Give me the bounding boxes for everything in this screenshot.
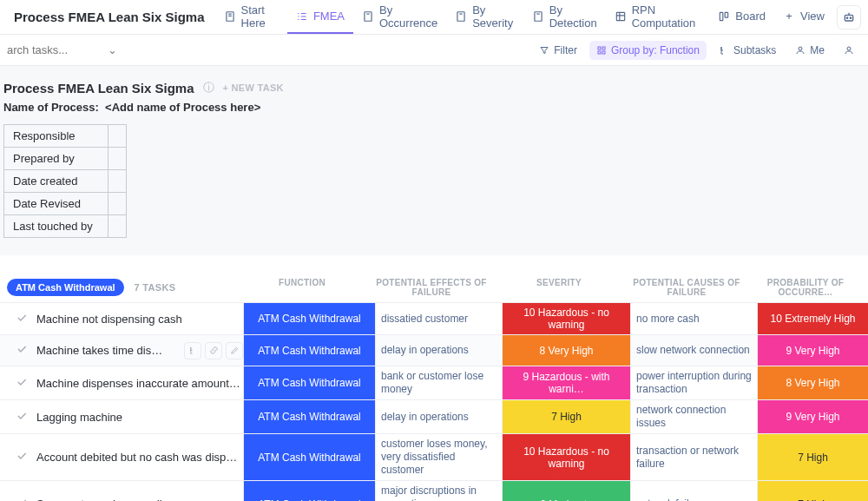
task-name[interactable]: Machine dispenses inaccurate amount of c… [36,377,243,390]
cell-effects[interactable]: delay in operations [375,400,502,433]
cell-function[interactable]: ATM Cash Withdrawal [243,434,375,480]
task-row[interactable]: Machine dispenses inaccurate amount of c… [0,366,868,399]
task-left: Screen stopped responding [0,481,243,501]
group-chip[interactable]: ATM Cash Withdrawal [7,279,124,296]
task-name[interactable]: Machine takes time dispensing cash [36,344,168,357]
cell-severity[interactable]: 8 Very High [502,335,630,366]
task-row[interactable]: Account debited but no cash was dispense… [0,433,868,480]
check-icon[interactable] [16,376,28,391]
automations-button[interactable] [837,5,861,30]
assignee-button[interactable] [837,42,861,59]
group-by-label: Group by: Function [611,44,700,56]
task-name[interactable]: Account debited but no cash was dispense… [36,451,243,464]
task-name[interactable]: Lagging machine [36,411,122,424]
filter-button[interactable]: Filter [532,41,584,60]
cell-probability[interactable]: 7 High [757,434,868,480]
task-left: Machine not dispensing cash [0,303,243,334]
cell-causes[interactable]: network connection issues [630,400,757,433]
meta-value[interactable] [108,170,127,193]
svg-rect-4 [616,12,624,20]
list-title[interactable]: Process FMEA Lean Six Sigma [3,81,194,96]
svg-rect-6 [726,12,729,17]
cell-causes[interactable]: slow network connection [630,335,757,366]
col-probability[interactable]: PROBABILITY OF OCCURRE… [750,278,861,297]
cell-severity[interactable]: 10 Hazardous - no warning [502,434,630,480]
cell-function[interactable]: ATM Cash Withdrawal [243,335,375,366]
cell-effects[interactable]: bank or customer lose money [375,366,502,399]
list-icon [296,10,308,23]
subtasks-icon [719,45,729,56]
check-icon[interactable] [16,450,28,465]
cell-causes[interactable]: power interruption during transaction [630,366,757,399]
task-name[interactable]: Screen stopped responding [36,498,174,501]
cell-function[interactable]: ATM Cash Withdrawal [243,481,375,501]
svg-point-15 [847,47,851,50]
new-task-button[interactable]: + NEW TASK [223,82,284,93]
tab-by-detection[interactable]: By Detection [523,0,606,34]
search-input[interactable] [7,43,102,56]
meta-value[interactable] [108,148,127,170]
link-button[interactable] [205,342,222,359]
tab-by-occurrence[interactable]: By Occurrence [353,0,446,34]
cell-causes[interactable]: network failure [630,481,757,501]
col-causes[interactable]: POTENTIAL CAUSES OF FAILURE [623,278,750,297]
col-severity[interactable]: SEVERITY [495,278,623,297]
tab-start-here[interactable]: Start Here [215,0,287,34]
task-left: Machine dispenses inaccurate amount of c… [0,366,243,399]
cell-function[interactable]: ATM Cash Withdrawal [243,303,375,334]
task-row[interactable]: Machine not dispensing cash ATM Cash Wit… [0,302,868,334]
col-effects[interactable]: POTENTIAL EFFECTS OF FAILURE [368,278,495,297]
tab-label: Start Here [241,3,279,30]
tab-by-severity[interactable]: By Severity [446,0,523,34]
cell-severity[interactable]: 7 High [502,400,630,433]
check-icon[interactable] [16,410,28,425]
svg-rect-2 [457,11,464,21]
task-row[interactable]: Machine takes time dispensing cash ATM C… [0,334,868,366]
svg-point-9 [850,17,851,18]
tab-board[interactable]: Board [709,0,774,34]
cell-probability[interactable]: 10 Extremely High [757,303,868,334]
tab-add-view[interactable]: + View [774,0,833,34]
meta-value[interactable] [108,193,127,215]
column-headers: FUNCTION POTENTIAL EFFECTS OF FAILURE SE… [236,278,861,297]
meta-row: Last touched by [4,215,127,238]
cell-function[interactable]: ATM Cash Withdrawal [243,366,375,399]
chevron-down-icon[interactable]: ⌄ [102,43,122,56]
tab-rpn-computation[interactable]: RPN Computation [606,0,710,34]
task-row[interactable]: Lagging machine ATM Cash Withdrawal dela… [0,399,868,433]
subtask-button[interactable] [184,342,201,359]
cell-causes[interactable]: no more cash [630,303,757,334]
cell-effects[interactable]: delay in operations [375,335,502,366]
task-row[interactable]: Screen stopped responding ATM Cash Withd… [0,480,868,501]
cell-severity[interactable]: 10 Hazardous - no warning [502,303,630,334]
task-name[interactable]: Machine not dispensing cash [36,313,182,326]
edit-button[interactable] [226,342,243,359]
meta-value[interactable] [108,215,127,238]
cell-severity[interactable]: 6 Moderate [502,481,630,501]
me-button[interactable]: Me [788,41,832,60]
cell-effects[interactable]: major discruptions in opera-tions, very … [375,481,502,501]
cell-probability[interactable]: 7 High [757,481,868,501]
task-list: Machine not dispensing cash ATM Cash Wit… [0,302,868,501]
check-icon[interactable] [16,312,28,326]
tab-label: By Occurrence [379,3,437,30]
group-by-button[interactable]: Group by: Function [589,41,707,60]
cell-probability[interactable]: 8 Very High [757,366,868,399]
meta-value[interactable] [108,125,127,148]
cell-causes[interactable]: transaction or network failure [630,434,757,480]
tab-label: By Detection [549,3,597,30]
info-icon[interactable]: ⓘ [203,80,214,96]
meta-key: Last touched by [4,215,108,238]
cell-severity[interactable]: 9 Hazardous - with warni… [502,366,630,399]
subtasks-button[interactable]: Subtasks [712,41,783,60]
cell-probability[interactable]: 9 Very High [757,400,868,433]
check-icon[interactable] [16,343,28,358]
cell-effects[interactable]: dissatied customer [375,303,502,334]
process-name-value[interactable]: <Add name of Process here> [105,101,260,114]
cell-effects[interactable]: customer loses money, very dissatisfied … [375,434,502,480]
cell-probability[interactable]: 9 Very High [757,335,868,366]
tab-fmea[interactable]: FMEA [287,0,353,34]
check-icon[interactable] [16,497,28,501]
cell-function[interactable]: ATM Cash Withdrawal [243,400,375,433]
col-function[interactable]: FUNCTION [236,278,368,297]
